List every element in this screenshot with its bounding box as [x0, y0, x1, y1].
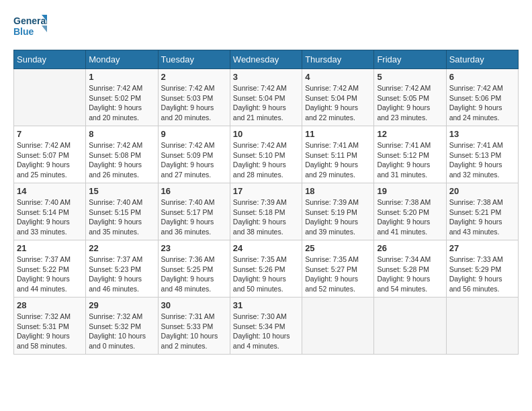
- weekday-header: Thursday: [302, 50, 374, 69]
- calendar-cell: 4 Sunrise: 7:42 AMSunset: 5:04 PMDayligh…: [302, 69, 374, 126]
- day-number: 26: [377, 243, 443, 253]
- calendar-cell: 2 Sunrise: 7:42 AMSunset: 5:03 PMDayligh…: [158, 69, 230, 126]
- cell-details: Sunrise: 7:32 AMSunset: 5:32 PMDaylight:…: [89, 312, 146, 350]
- calendar-cell: 28 Sunrise: 7:32 AMSunset: 5:31 PMDaylig…: [14, 298, 86, 355]
- calendar-cell: 9 Sunrise: 7:42 AMSunset: 5:09 PMDayligh…: [158, 126, 230, 183]
- day-number: 31: [233, 300, 299, 310]
- calendar-cell: 5 Sunrise: 7:42 AMSunset: 5:05 PMDayligh…: [374, 69, 446, 126]
- cell-details: Sunrise: 7:30 AMSunset: 5:34 PMDaylight:…: [233, 312, 290, 350]
- cell-details: Sunrise: 7:34 AMSunset: 5:28 PMDaylight:…: [377, 255, 431, 293]
- cell-details: Sunrise: 7:35 AMSunset: 5:27 PMDaylight:…: [305, 255, 359, 293]
- cell-details: Sunrise: 7:39 AMSunset: 5:19 PMDaylight:…: [305, 198, 359, 236]
- calendar-cell: 25 Sunrise: 7:35 AMSunset: 5:27 PMDaylig…: [302, 240, 374, 298]
- calendar-week-row: 28 Sunrise: 7:32 AMSunset: 5:31 PMDaylig…: [14, 298, 519, 355]
- cell-details: Sunrise: 7:42 AMSunset: 5:07 PMDaylight:…: [17, 141, 71, 179]
- cell-details: Sunrise: 7:42 AMSunset: 5:10 PMDaylight:…: [233, 141, 287, 179]
- calendar-cell: 22 Sunrise: 7:37 AMSunset: 5:23 PMDaylig…: [86, 240, 158, 298]
- calendar-week-row: 7 Sunrise: 7:42 AMSunset: 5:07 PMDayligh…: [14, 126, 519, 183]
- day-number: 10: [233, 129, 299, 139]
- day-number: 2: [161, 72, 227, 82]
- day-number: 24: [233, 243, 299, 253]
- cell-details: Sunrise: 7:42 AMSunset: 5:05 PMDaylight:…: [377, 84, 431, 122]
- cell-details: Sunrise: 7:33 AMSunset: 5:29 PMDaylight:…: [449, 255, 503, 293]
- day-number: 27: [449, 243, 515, 253]
- calendar-cell: 23 Sunrise: 7:36 AMSunset: 5:25 PMDaylig…: [158, 240, 230, 298]
- cell-details: Sunrise: 7:35 AMSunset: 5:26 PMDaylight:…: [233, 255, 287, 293]
- cell-details: Sunrise: 7:42 AMSunset: 5:08 PMDaylight:…: [89, 141, 142, 179]
- day-number: 17: [233, 186, 299, 196]
- calendar-table: SundayMondayTuesdayWednesdayThursdayFrid…: [13, 50, 519, 355]
- weekday-header-row: SundayMondayTuesdayWednesdayThursdayFrid…: [14, 50, 519, 69]
- cell-details: Sunrise: 7:42 AMSunset: 5:04 PMDaylight:…: [305, 84, 359, 122]
- cell-details: Sunrise: 7:42 AMSunset: 5:06 PMDaylight:…: [449, 84, 503, 122]
- calendar-cell: 29 Sunrise: 7:32 AMSunset: 5:32 PMDaylig…: [86, 298, 158, 355]
- calendar-cell: 11 Sunrise: 7:41 AMSunset: 5:11 PMDaylig…: [302, 126, 374, 183]
- calendar-cell: 17 Sunrise: 7:39 AMSunset: 5:18 PMDaylig…: [230, 183, 302, 240]
- cell-details: Sunrise: 7:42 AMSunset: 5:09 PMDaylight:…: [161, 141, 215, 179]
- day-number: 3: [233, 72, 299, 82]
- calendar-week-row: 21 Sunrise: 7:37 AMSunset: 5:22 PMDaylig…: [14, 240, 519, 298]
- cell-details: Sunrise: 7:41 AMSunset: 5:12 PMDaylight:…: [377, 141, 431, 179]
- weekday-header: Monday: [86, 50, 158, 69]
- calendar-cell: [374, 298, 446, 355]
- calendar-cell: 31 Sunrise: 7:30 AMSunset: 5:34 PMDaylig…: [230, 298, 302, 355]
- calendar-cell: [14, 69, 86, 126]
- calendar-cell: 12 Sunrise: 7:41 AMSunset: 5:12 PMDaylig…: [374, 126, 446, 183]
- svg-marker-3: [42, 26, 47, 32]
- cell-details: Sunrise: 7:41 AMSunset: 5:13 PMDaylight:…: [449, 141, 503, 179]
- day-number: 14: [17, 186, 83, 196]
- cell-details: Sunrise: 7:40 AMSunset: 5:14 PMDaylight:…: [17, 198, 71, 236]
- cell-details: Sunrise: 7:42 AMSunset: 5:03 PMDaylight:…: [161, 84, 215, 122]
- day-number: 5: [377, 72, 443, 82]
- day-number: 4: [305, 72, 371, 82]
- calendar-cell: 20 Sunrise: 7:38 AMSunset: 5:21 PMDaylig…: [446, 183, 518, 240]
- calendar-cell: [446, 298, 518, 355]
- day-number: 11: [305, 129, 371, 139]
- cell-details: Sunrise: 7:42 AMSunset: 5:02 PMDaylight:…: [89, 84, 142, 122]
- day-number: 9: [161, 129, 227, 139]
- weekday-header: Friday: [374, 50, 446, 69]
- calendar-cell: 14 Sunrise: 7:40 AMSunset: 5:14 PMDaylig…: [14, 183, 86, 240]
- calendar-week-row: 1 Sunrise: 7:42 AMSunset: 5:02 PMDayligh…: [14, 69, 519, 126]
- calendar-cell: 18 Sunrise: 7:39 AMSunset: 5:19 PMDaylig…: [302, 183, 374, 240]
- day-number: 16: [161, 186, 227, 196]
- day-number: 30: [161, 300, 227, 310]
- svg-text:General: General: [13, 15, 47, 26]
- calendar-cell: 26 Sunrise: 7:34 AMSunset: 5:28 PMDaylig…: [374, 240, 446, 298]
- logo: General Blue: [13, 13, 47, 43]
- cell-details: Sunrise: 7:32 AMSunset: 5:31 PMDaylight:…: [17, 312, 71, 350]
- cell-details: Sunrise: 7:42 AMSunset: 5:04 PMDaylight:…: [233, 84, 287, 122]
- day-number: 15: [89, 186, 154, 196]
- cell-details: Sunrise: 7:38 AMSunset: 5:20 PMDaylight:…: [377, 198, 431, 236]
- day-number: 21: [17, 243, 83, 253]
- day-number: 6: [449, 72, 515, 82]
- day-number: 23: [161, 243, 227, 253]
- day-number: 7: [17, 129, 83, 139]
- day-number: 20: [449, 186, 515, 196]
- calendar-cell: 10 Sunrise: 7:42 AMSunset: 5:10 PMDaylig…: [230, 126, 302, 183]
- calendar-cell: 1 Sunrise: 7:42 AMSunset: 5:02 PMDayligh…: [86, 69, 158, 126]
- day-number: 29: [89, 300, 154, 310]
- cell-details: Sunrise: 7:40 AMSunset: 5:17 PMDaylight:…: [161, 198, 215, 236]
- cell-details: Sunrise: 7:39 AMSunset: 5:18 PMDaylight:…: [233, 198, 287, 236]
- calendar-cell: [302, 298, 374, 355]
- cell-details: Sunrise: 7:40 AMSunset: 5:15 PMDaylight:…: [89, 198, 142, 236]
- page-header: General Blue: [13, 13, 519, 43]
- day-number: 8: [89, 129, 154, 139]
- calendar-week-row: 14 Sunrise: 7:40 AMSunset: 5:14 PMDaylig…: [14, 183, 519, 240]
- calendar-cell: 24 Sunrise: 7:35 AMSunset: 5:26 PMDaylig…: [230, 240, 302, 298]
- day-number: 13: [449, 129, 515, 139]
- day-number: 22: [89, 243, 154, 253]
- cell-details: Sunrise: 7:37 AMSunset: 5:23 PMDaylight:…: [89, 255, 142, 293]
- day-number: 19: [377, 186, 443, 196]
- cell-details: Sunrise: 7:36 AMSunset: 5:25 PMDaylight:…: [161, 255, 215, 293]
- calendar-cell: 8 Sunrise: 7:42 AMSunset: 5:08 PMDayligh…: [86, 126, 158, 183]
- cell-details: Sunrise: 7:41 AMSunset: 5:11 PMDaylight:…: [305, 141, 359, 179]
- svg-text:Blue: Blue: [13, 26, 34, 37]
- calendar-cell: 27 Sunrise: 7:33 AMSunset: 5:29 PMDaylig…: [446, 240, 518, 298]
- calendar-cell: 21 Sunrise: 7:37 AMSunset: 5:22 PMDaylig…: [14, 240, 86, 298]
- day-number: 25: [305, 243, 371, 253]
- calendar-cell: 19 Sunrise: 7:38 AMSunset: 5:20 PMDaylig…: [374, 183, 446, 240]
- day-number: 28: [17, 300, 83, 310]
- calendar-cell: 15 Sunrise: 7:40 AMSunset: 5:15 PMDaylig…: [86, 183, 158, 240]
